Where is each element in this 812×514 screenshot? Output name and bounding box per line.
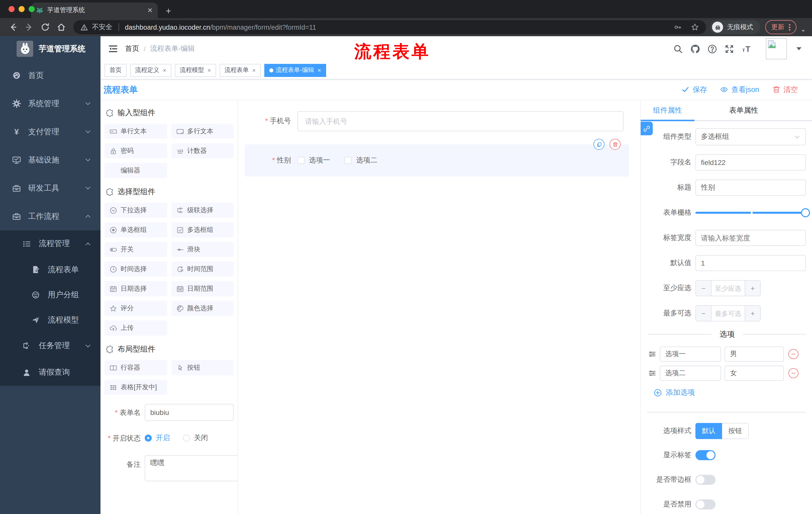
field-name-input[interactable]	[695, 154, 806, 170]
max-select-input[interactable]	[712, 306, 745, 321]
bookmark-star-icon[interactable]	[691, 23, 699, 31]
checkbox-option[interactable]: 选项一	[297, 156, 330, 165]
tag-close-icon[interactable]: ×	[163, 66, 166, 74]
view-json-button[interactable]: 查看json	[720, 85, 759, 94]
component-item[interactable]: 上传	[105, 320, 167, 335]
sidebar-item-2[interactable]: ¥支付管理	[0, 118, 100, 146]
remove-option-button[interactable]	[788, 368, 799, 378]
link-tag-button[interactable]	[641, 122, 653, 135]
checkbox-option[interactable]: 选项二	[345, 156, 377, 165]
default-value-input[interactable]	[695, 255, 806, 271]
minus-button[interactable]: −	[696, 306, 712, 321]
breadcrumb-home[interactable]: 首页	[125, 44, 139, 53]
option-label-input[interactable]	[660, 347, 721, 361]
browser-tab[interactable]: 芋道管理系统 ✕	[31, 2, 158, 18]
component-item[interactable]: 按钮	[171, 360, 234, 375]
title-input[interactable]	[695, 180, 806, 196]
min-select-input[interactable]	[712, 281, 745, 296]
tag-close-icon[interactable]: ×	[318, 66, 321, 74]
tag-close-icon[interactable]: ×	[252, 66, 256, 74]
checkbox-icon[interactable]	[345, 157, 352, 164]
option-style-button[interactable]: 按钮	[722, 423, 749, 439]
sidebar-item-3[interactable]: 基础设施	[0, 146, 100, 174]
component-item[interactable]: 密码	[105, 143, 167, 158]
field-phone[interactable]: 手机号	[245, 111, 624, 131]
key-icon[interactable]	[674, 23, 682, 31]
address-bar[interactable]: 不安全 dashboard.yudao.iocoder.cn/bpm/manag…	[74, 20, 706, 34]
tab-form-props[interactable]: 表单属性	[694, 100, 793, 120]
component-item[interactable]: 滑块	[171, 242, 234, 257]
component-item[interactable]: 单行文本	[105, 124, 167, 139]
component-item[interactable]: 日期选择	[105, 281, 167, 296]
option-style-default[interactable]: 默认	[695, 423, 722, 439]
sidebar-item-6[interactable]: 流程管理	[0, 231, 100, 257]
component-item[interactable]: 123计数器	[171, 143, 234, 158]
toggle-switch[interactable]	[695, 499, 716, 510]
github-icon[interactable]	[690, 44, 700, 54]
minus-button[interactable]: −	[696, 281, 712, 296]
new-tab-button[interactable]: +	[166, 6, 171, 16]
tab-component-props[interactable]: 组件属性	[641, 100, 694, 120]
form-name-input[interactable]	[145, 404, 234, 421]
option-value-input[interactable]	[725, 347, 784, 361]
browser-menu-icon[interactable]	[789, 24, 790, 30]
fullscreen-icon[interactable]	[725, 44, 734, 54]
app-logo-row[interactable]: 芋道管理系统	[0, 36, 100, 61]
label-width-input[interactable]	[695, 230, 806, 246]
component-item[interactable]: 评分	[105, 301, 167, 316]
clear-button[interactable]: 清空	[772, 85, 798, 94]
checkbox-icon[interactable]	[297, 157, 304, 164]
maximize-window-button[interactable]	[29, 6, 35, 12]
component-item[interactable]: 单选框组	[105, 222, 167, 237]
back-icon[interactable]	[8, 23, 18, 32]
sidebar-item-10[interactable]: 任务管理	[0, 332, 100, 359]
avatar-caret-icon[interactable]	[796, 47, 802, 50]
plus-button[interactable]: +	[745, 306, 760, 321]
reload-icon[interactable]	[41, 23, 50, 32]
option-label-input[interactable]	[660, 366, 721, 381]
sidebar-collapse-icon[interactable]	[108, 44, 118, 54]
plus-button[interactable]: +	[745, 281, 760, 296]
font-size-icon[interactable]: тT	[742, 44, 751, 54]
slider-handle[interactable]	[801, 208, 810, 217]
component-item[interactable]: 行容器	[105, 360, 167, 375]
delete-component-button[interactable]	[609, 139, 620, 150]
form-canvas[interactable]: 手机号 性别 选项一选项二	[238, 100, 640, 514]
status-open-radio[interactable]: 开启	[145, 434, 170, 442]
sidebar-item-11[interactable]: 请假查询	[0, 359, 100, 386]
component-item[interactable]: 表格[开发中]	[105, 380, 167, 395]
component-item[interactable]: 时间选择	[105, 262, 167, 277]
close-window-button[interactable]	[8, 6, 14, 12]
sidebar-item-8[interactable]: 用户分组	[0, 282, 100, 307]
tag-item[interactable]: 流程表单-编辑×	[264, 64, 326, 77]
update-button[interactable]: 更新	[765, 20, 796, 34]
tag-close-icon[interactable]: ×	[207, 66, 211, 74]
component-type-select[interactable]: 多选框组	[695, 128, 806, 145]
form-grid-slider[interactable]	[695, 205, 806, 221]
component-item[interactable]: 编辑器	[105, 163, 167, 178]
phone-input[interactable]	[297, 111, 624, 131]
copy-component-button[interactable]	[593, 139, 605, 150]
sidebar-item-0[interactable]: 首页	[0, 61, 100, 89]
component-item[interactable]: 时间范围	[171, 262, 234, 277]
forward-icon[interactable]	[25, 23, 34, 32]
home-icon[interactable]	[57, 23, 66, 32]
tag-item[interactable]: 流程模型×	[175, 64, 216, 77]
tag-item[interactable]: 流程定义×	[130, 64, 171, 77]
tab-close-icon[interactable]: ✕	[147, 6, 153, 14]
toggle-switch[interactable]	[695, 450, 716, 460]
option-value-input[interactable]	[725, 366, 784, 381]
status-closed-radio[interactable]: 关闭	[183, 434, 208, 442]
sidebar-item-7[interactable]: 流程表单	[0, 257, 100, 282]
minimize-window-button[interactable]	[19, 6, 25, 12]
avatar[interactable]	[766, 38, 787, 59]
tag-item[interactable]: 流程表单×	[220, 64, 261, 77]
add-option-button[interactable]: 添加选项	[654, 388, 806, 397]
search-icon[interactable]	[673, 44, 683, 54]
chevron-down-icon[interactable]	[801, 28, 806, 33]
component-item[interactable]: 下拉选择	[105, 203, 167, 218]
component-item[interactable]: 日期范围	[171, 281, 234, 296]
sidebar-item-5[interactable]: 工作流程	[0, 202, 100, 231]
component-item[interactable]: 颜色选择	[171, 301, 234, 316]
component-item[interactable]: 级联选择	[171, 203, 234, 218]
